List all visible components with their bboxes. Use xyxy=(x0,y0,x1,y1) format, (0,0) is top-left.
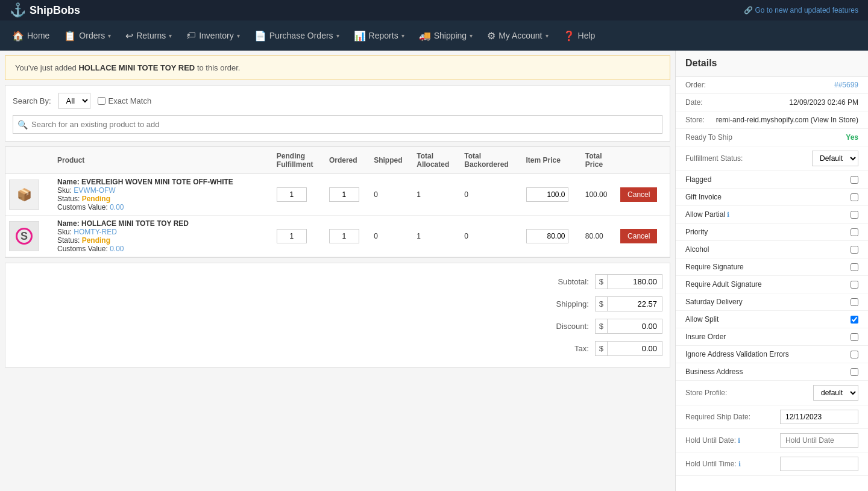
tax-dollar: $ xyxy=(596,342,608,355)
col-total-price: TotalPrice xyxy=(582,147,617,174)
hold-until-time-info-icon[interactable]: ℹ xyxy=(738,460,741,468)
nav-help-label: Help xyxy=(578,31,596,40)
store-view-link[interactable]: (View In Store) xyxy=(811,116,858,124)
date-value: 12/09/2023 02:46 PM xyxy=(789,98,858,107)
nav-shipping[interactable]: 🚚 Shipping ▾ xyxy=(412,20,480,51)
allow-split-label: Allow Split xyxy=(685,315,719,324)
pending-fulfillment-input-1[interactable] xyxy=(277,187,307,202)
hold-until-date-row: Hold Until Date: ℹ xyxy=(676,429,868,452)
product-image-2: S xyxy=(9,221,39,251)
fulfillment-status-select[interactable]: Default xyxy=(812,151,858,166)
shipping-chevron: ▾ xyxy=(470,33,473,39)
nav-shipping-label: Shipping xyxy=(434,31,467,40)
priority-row: Priority xyxy=(676,224,868,241)
flagged-checkbox[interactable] xyxy=(851,176,858,184)
alert-product-name: HOLLACE MINI TOTE TOY RED xyxy=(78,63,195,72)
saturday-delivery-label: Saturday Delivery xyxy=(685,298,743,306)
total-backordered-1: 0 xyxy=(461,174,522,216)
search-input[interactable] xyxy=(13,115,662,134)
order-value[interactable]: ##5699 xyxy=(834,81,858,89)
nav-home[interactable]: 🏠 Home xyxy=(5,20,57,51)
hold-until-time-input[interactable] xyxy=(780,457,858,471)
nav-home-label: Home xyxy=(27,31,49,40)
gift-invoice-checkbox[interactable] xyxy=(851,193,858,201)
gift-invoice-label: Gift Invoice xyxy=(685,193,722,201)
hold-until-date-input[interactable] xyxy=(780,433,858,448)
col-item-price: Item Price xyxy=(523,147,582,174)
search-by-select[interactable]: All xyxy=(58,93,90,109)
total-price-2: 80.00 xyxy=(582,216,617,257)
require-adult-signature-label: Require Adult Signature xyxy=(685,280,762,289)
discount-label: Discount: xyxy=(541,322,589,331)
ready-to-ship-value: Yes xyxy=(846,133,858,142)
new-features-link[interactable]: 🔗 Go to new and updated features xyxy=(744,6,858,14)
product-status-1: Status: Pending xyxy=(57,195,269,203)
nav-orders[interactable]: 📋 Orders ▾ xyxy=(57,20,118,51)
date-label: Date: xyxy=(685,98,703,107)
date-row: Date: 12/09/2023 02:46 PM xyxy=(676,94,868,111)
product-name-1: Name: EVERLEIGH WOVEN MINI TOTE OFF-WHIT… xyxy=(57,178,269,186)
cancel-button-1[interactable]: Cancel xyxy=(620,187,657,202)
nav-reports[interactable]: 📊 Reports ▾ xyxy=(347,20,412,51)
fulfillment-status-row: Fulfillment Status: Default xyxy=(676,146,868,171)
shipped-2: 0 xyxy=(370,216,413,257)
nav-purchase-orders[interactable]: 📄 Purchase Orders ▾ xyxy=(247,20,347,51)
allow-split-checkbox[interactable] xyxy=(851,316,858,324)
col-total-backordered: TotalBackordered xyxy=(461,147,522,174)
insure-order-checkbox[interactable] xyxy=(851,333,858,341)
account-chevron: ▾ xyxy=(546,33,549,39)
nav-returns[interactable]: ↩ Returns ▾ xyxy=(118,20,179,51)
search-input-wrap: 🔍 xyxy=(13,115,662,134)
col-pending-fulfillment: PendingFulfillment xyxy=(273,147,326,174)
discount-input[interactable] xyxy=(608,319,662,333)
exact-match-label[interactable]: Exact Match xyxy=(98,96,152,105)
ignore-address-validation-checkbox[interactable] xyxy=(851,351,858,358)
hold-until-date-label: Hold Until Date: ℹ xyxy=(685,436,740,445)
logo: ⚓ ShipBobs xyxy=(10,2,80,18)
required-ship-date-input[interactable] xyxy=(780,410,858,424)
saturday-delivery-checkbox[interactable] xyxy=(851,298,858,306)
tax-label: Tax: xyxy=(541,344,589,353)
alert-banner: You've just added HOLLACE MINI TOTE TOY … xyxy=(5,55,670,80)
cancel-button-2[interactable]: Cancel xyxy=(620,229,657,243)
details-header: Details xyxy=(676,51,868,77)
ignore-address-validation-label: Ignore Address Validation Errors xyxy=(685,350,789,358)
product-img-cell-2: S xyxy=(5,216,54,257)
hold-until-date-info-icon[interactable]: ℹ xyxy=(738,437,740,444)
product-status-2: Status: Pending xyxy=(57,236,269,245)
ordered-input-1[interactable] xyxy=(329,187,359,202)
nav-help[interactable]: ❓ Help xyxy=(556,20,603,51)
priority-label: Priority xyxy=(685,228,708,236)
discount-row: Discount: $ xyxy=(13,315,662,337)
priority-checkbox[interactable] xyxy=(851,228,858,236)
allow-partial-checkbox[interactable] xyxy=(851,211,858,219)
allow-partial-info-icon[interactable]: ℹ xyxy=(727,211,729,218)
purchase-orders-chevron: ▾ xyxy=(336,33,339,39)
store-profile-select[interactable]: default xyxy=(813,385,858,401)
pending-fulfillment-input-2[interactable] xyxy=(277,229,307,243)
business-address-checkbox[interactable] xyxy=(851,368,858,376)
ready-to-ship-row: Ready To Ship Yes xyxy=(676,129,868,146)
shipped-1: 0 xyxy=(370,174,413,216)
tax-input[interactable] xyxy=(608,342,662,355)
product-sku-2: Sku: HOMTY-RED xyxy=(57,228,269,236)
ordered-2 xyxy=(326,216,370,257)
nav-returns-label: Returns xyxy=(136,31,166,40)
returns-icon: ↩ xyxy=(125,30,133,42)
nav-account[interactable]: ⚙ My Account ▾ xyxy=(480,20,555,51)
item-price-input-2[interactable] xyxy=(526,229,568,243)
col-product xyxy=(5,147,54,174)
nav-inventory[interactable]: 🏷 Inventory ▾ xyxy=(179,20,247,51)
ready-to-ship-label: Ready To Ship xyxy=(685,133,732,142)
require-signature-checkbox[interactable] xyxy=(851,263,858,271)
require-adult-signature-checkbox[interactable] xyxy=(851,281,858,289)
item-price-input-1[interactable] xyxy=(526,187,568,202)
sku-link-2[interactable]: HOMTY-RED xyxy=(74,228,117,236)
alcohol-checkbox[interactable] xyxy=(851,246,858,254)
sku-link-1[interactable]: EVWM-OFW xyxy=(74,186,115,195)
exact-match-checkbox[interactable] xyxy=(98,97,105,105)
allow-partial-row: Allow Partial ℹ xyxy=(676,206,868,224)
ordered-input-2[interactable] xyxy=(329,229,359,243)
shipping-input[interactable] xyxy=(608,297,662,311)
subtotal-input[interactable] xyxy=(608,275,662,289)
